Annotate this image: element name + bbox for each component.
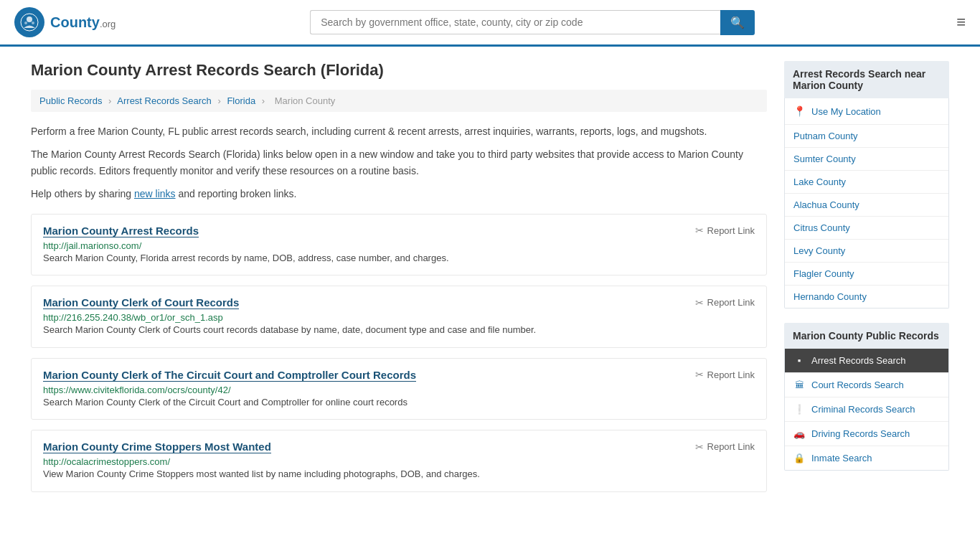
sidebar-pr-item[interactable]: ▪Arrest Records Search	[785, 349, 948, 373]
breadcrumb-public-records[interactable]: Public Records	[39, 95, 102, 106]
logo-icon	[14, 7, 44, 37]
result-card: Marion County Clerk of Court Records ✂ R…	[31, 286, 767, 348]
scissors-icon: ✂	[695, 441, 704, 453]
result-title: Marion County Crime Stoppers Most Wanted	[43, 441, 271, 453]
svg-point-2	[24, 22, 27, 24]
pr-icon: 🔒	[793, 453, 805, 463]
nearby-title: Arrest Records Search near Marion County	[784, 61, 949, 98]
result-card: Marion County Clerk of The Circuit Court…	[31, 358, 767, 420]
desc-1: Perform a free Marion County, FL public …	[31, 123, 767, 139]
logo-area[interactable]: County.org	[14, 7, 116, 37]
scissors-icon: ✂	[695, 297, 704, 309]
desc-3: Help others by sharing new links and rep…	[31, 186, 767, 202]
new-links-link[interactable]: new links	[134, 188, 176, 199]
breadcrumb-florida[interactable]: Florida	[227, 95, 255, 106]
sidebar-pr-item[interactable]: 🚗Driving Records Search	[785, 422, 948, 446]
pr-icon: 🚗	[793, 428, 805, 439]
sidebar-county-link[interactable]: Citrus County	[785, 217, 948, 240]
use-location-label: Use My Location	[811, 106, 881, 117]
report-label: Report Link	[707, 225, 755, 236]
report-link[interactable]: ✂ Report Link	[695, 297, 755, 309]
pr-item-label: Criminal Records Search	[811, 404, 915, 415]
sidebar: Arrest Records Search near Marion County…	[784, 61, 949, 502]
result-card: Marion County Crime Stoppers Most Wanted…	[31, 430, 767, 492]
result-card: Marion County Arrest Records ✂ Report Li…	[31, 214, 767, 276]
result-header: Marion County Clerk of Court Records ✂ R…	[43, 296, 755, 309]
result-description: Search Marion County Clerk of Courts cou…	[43, 323, 755, 337]
site-header: County.org 🔍 ≡	[0, 0, 980, 47]
report-link[interactable]: ✂ Report Link	[695, 369, 755, 380]
search-input[interactable]	[310, 10, 720, 34]
result-title-link[interactable]: Marion County Clerk of The Circuit Court…	[43, 369, 416, 382]
report-label: Report Link	[707, 297, 755, 308]
sidebar-county-link[interactable]: Alachua County	[785, 194, 948, 217]
result-cards: Marion County Arrest Records ✂ Report Li…	[31, 214, 767, 492]
result-header: Marion County Crime Stoppers Most Wanted…	[43, 441, 755, 453]
page-title: Marion County Arrest Records Search (Flo…	[31, 61, 767, 80]
sidebar-county-link[interactable]: Flagler County	[785, 263, 948, 286]
sidebar-county-link[interactable]: Levy County	[785, 240, 948, 263]
menu-icon[interactable]: ≡	[956, 13, 966, 32]
result-description: View Marion County Crime Stoppers most w…	[43, 467, 755, 481]
sidebar-pr-item[interactable]: 🔒Inmate Search	[785, 446, 948, 470]
svg-point-3	[32, 22, 34, 24]
search-bar: 🔍	[310, 10, 755, 35]
result-title-link[interactable]: Marion County Arrest Records	[43, 225, 199, 237]
sidebar-county-link[interactable]: Lake County	[785, 171, 948, 194]
result-title-link[interactable]: Marion County Clerk of Court Records	[43, 296, 239, 309]
sidebar-pr-item[interactable]: ❕Criminal Records Search	[785, 397, 948, 422]
page-description: Perform a free Marion County, FL public …	[31, 123, 767, 202]
pr-item-label: Court Records Search	[811, 380, 904, 390]
pr-icon: ▪	[793, 355, 805, 366]
pr-item-label: Arrest Records Search	[811, 355, 906, 366]
report-link[interactable]: ✂ Report Link	[695, 225, 755, 236]
logo-text: County.org	[50, 14, 116, 31]
result-url[interactable]: http://ocalacrimestoppers.com/	[43, 456, 170, 467]
report-label: Report Link	[707, 441, 755, 452]
result-url[interactable]: http://216.255.240.38/wb_or1/or_sch_1.as…	[43, 312, 223, 323]
pr-item-label: Inmate Search	[811, 453, 872, 463]
result-title-link[interactable]: Marion County Crime Stoppers Most Wanted	[43, 441, 271, 453]
result-title: Marion County Clerk of Court Records	[43, 296, 239, 309]
sidebar-county-link[interactable]: Putnam County	[785, 125, 948, 148]
sidebar-pr-item[interactable]: 🏛Court Records Search	[785, 373, 948, 397]
result-description: Search Marion County Clerk of the Circui…	[43, 395, 755, 410]
result-url[interactable]: http://jail.marionso.com/	[43, 240, 141, 251]
pr-icon: ❕	[793, 404, 805, 415]
result-title: Marion County Arrest Records	[43, 225, 199, 237]
result-header: Marion County Arrest Records ✂ Report Li…	[43, 225, 755, 237]
nearby-section: Arrest Records Search near Marion County…	[784, 61, 949, 309]
breadcrumb: Public Records › Arrest Records Search ›…	[31, 90, 767, 112]
result-title: Marion County Clerk of The Circuit Court…	[43, 369, 416, 381]
report-link[interactable]: ✂ Report Link	[695, 441, 755, 453]
use-location-btn[interactable]: 📍 Use My Location	[785, 98, 948, 125]
location-icon: 📍	[793, 105, 806, 117]
scissors-icon: ✂	[695, 225, 704, 236]
content-area: Marion County Arrest Records Search (Flo…	[31, 61, 767, 502]
result-header: Marion County Clerk of The Circuit Court…	[43, 369, 755, 381]
main-container: Marion County Arrest Records Search (Flo…	[17, 47, 963, 517]
sidebar-county-link[interactable]: Hernando County	[785, 286, 948, 308]
result-description: Search Marion County, Florida arrest rec…	[43, 251, 755, 265]
sidebar-county-link[interactable]: Sumter County	[785, 148, 948, 171]
nearby-body: 📍 Use My Location Putnam CountySumter Co…	[784, 98, 949, 309]
desc-2: The Marion County Arrest Records Search …	[31, 146, 767, 179]
pr-icon: 🏛	[793, 380, 805, 390]
breadcrumb-current: Marion County	[275, 95, 336, 106]
public-records-section: Marion County Public Records ▪Arrest Rec…	[784, 323, 949, 471]
county-links: Putnam CountySumter CountyLake CountyAla…	[785, 125, 948, 308]
public-records-body: ▪Arrest Records Search🏛Court Records Sea…	[784, 349, 949, 471]
report-label: Report Link	[707, 369, 755, 380]
breadcrumb-arrest-records[interactable]: Arrest Records Search	[117, 95, 212, 106]
pr-items-container: ▪Arrest Records Search🏛Court Records Sea…	[785, 349, 948, 470]
search-button[interactable]: 🔍	[720, 10, 755, 35]
pr-item-label: Driving Records Search	[811, 428, 910, 439]
public-records-title: Marion County Public Records	[784, 323, 949, 349]
result-url[interactable]: https://www.civitekflorida.com/ocrs/coun…	[43, 385, 231, 395]
svg-point-1	[27, 17, 32, 22]
scissors-icon: ✂	[695, 369, 704, 380]
